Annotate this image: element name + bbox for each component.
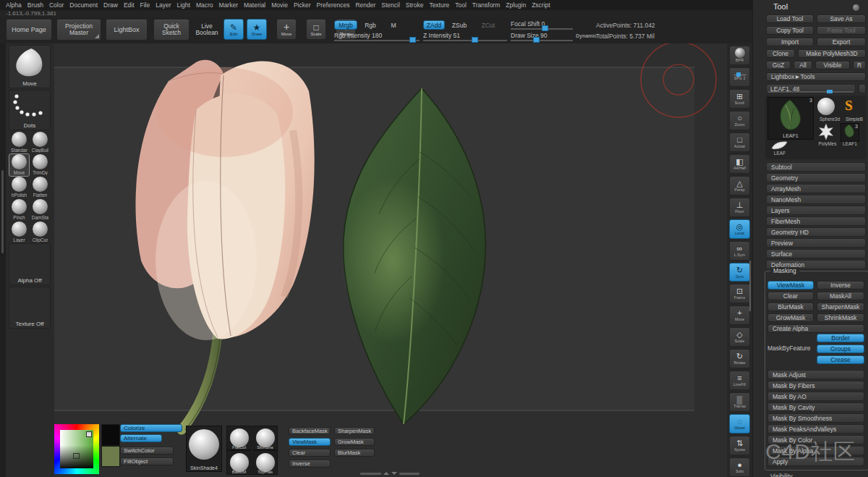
tool-section-header[interactable]: Preview [766,238,866,248]
create-alpha-button[interactable]: Create Alpha [767,324,864,333]
visibility-section-header[interactable]: Visibility [766,471,866,477]
right-shelf-button[interactable]: SPix 3 [729,67,750,87]
clear-mask-button[interactable]: Clear [767,292,814,300]
mask-list-button[interactable]: Mask By Fibers [767,381,864,390]
tool-section-header[interactable]: Layers [766,206,866,215]
mask-list-button[interactable]: Mask By Cavity [767,402,864,412]
mask-tray-button[interactable]: Clear [289,449,331,457]
mask-tray-button[interactable]: ViewMask [289,438,331,446]
alpha-slot[interactable]: Alpha Off [9,243,51,285]
right-shelf-button[interactable]: Xpose [729,436,750,455]
goz-button[interactable]: GoZ [766,61,791,69]
slider-knob[interactable] [542,25,548,31]
copy-tool-button[interactable]: Copy Tool [766,26,814,35]
mode-button[interactable]: Edit [224,19,244,40]
current-brush-thumbnail[interactable]: Move [9,45,51,88]
mask-list-button[interactable]: Apply [767,457,864,466]
left-scroll-strip[interactable] [0,43,6,477]
right-shelf-button[interactable]: Actual [729,132,750,152]
menu-item[interactable]: Movie [271,1,288,9]
menu-item[interactable]: Color [49,1,64,9]
mode-button[interactable]: Move [276,19,297,40]
menu-item[interactable]: Zplugin [506,1,526,9]
right-shelf-button[interactable]: Persp [729,176,750,195]
current-tool-thumbnail[interactable]: 3 LEAF1 [767,97,814,140]
canvas-viewport[interactable] [54,43,727,477]
brush-quick-pick[interactable]: Standar [9,132,29,153]
mask-list-button[interactable]: Mask By Color [767,435,864,444]
slider-knob[interactable] [409,37,416,43]
mask-tray-button[interactable]: GrowMask [334,438,375,446]
menu-item[interactable]: File [140,1,150,9]
right-shelf-button[interactable]: Ghost [729,414,750,434]
viewmask-button[interactable]: ViewMask [767,281,814,290]
right-shelf-button[interactable]: AAHalf [729,154,750,174]
menu-item[interactable]: Light [177,1,190,9]
panel-menu-icon[interactable] [853,4,859,11]
mask-list-button[interactable]: Mask By AO [767,392,864,401]
menu-item[interactable]: Picker [294,1,311,9]
menu-item[interactable]: Texture [429,1,449,9]
mask-tray-button[interactable]: SharpenMask [334,427,375,435]
material-quick-pick[interactable]: ToyPlas [252,450,278,475]
tool-slider-mini-button[interactable] [859,84,866,93]
menu-item[interactable]: Marker [219,1,238,9]
right-shelf-button[interactable]: Local [729,219,750,239]
recent-leaf-tool-icon[interactable]: 3 [841,123,859,142]
quick-sketch-button[interactable]: Quick Sketch [153,19,190,41]
tool-section-header[interactable]: Geometry [766,173,866,182]
mask-list-button[interactable]: Mask By Alpha [767,446,864,455]
zcut-button[interactable]: ZCut [479,20,498,30]
projection-master-button[interactable]: Projection Master [56,19,101,41]
live-boolean-button[interactable]: Live Boolean [192,19,221,41]
lightbox-tools-button[interactable]: Lightbox►Tools [766,72,866,81]
simplebrush-tool-icon[interactable]: S [845,98,853,112]
goz-visible-button[interactable]: Visible [815,61,850,69]
draw-size-slider[interactable]: Draw Size 90 [511,32,573,41]
sharpenmask-button[interactable]: SharpenMask [817,303,864,311]
right-shelf-button[interactable]: LineFill [729,371,750,390]
load-tool-button[interactable]: Load Tool [766,14,814,23]
right-shelf-button[interactable]: Frame [729,284,750,303]
brush-quick-pick[interactable]: Pinch [9,199,29,221]
tool-section-header[interactable]: Subtool [766,162,866,172]
sphere3d-tool-icon[interactable] [817,98,835,115]
mask-list-button[interactable]: Mask By Smoothness [767,413,864,423]
mask-list-button[interactable]: Mask PeaksAndValleys [767,424,864,434]
main-color-swatch[interactable] [101,424,120,446]
recent-tool-item[interactable]: LEAF [767,140,792,159]
menu-item[interactable]: Stroke [406,1,424,9]
export-button[interactable]: Export [817,38,866,46]
slider-knob[interactable] [533,37,540,43]
brush-quick-pick[interactable]: hPolish [9,177,29,198]
slider-knob[interactable] [827,90,833,93]
mask-tray-button[interactable]: BackfaceMask [289,427,331,435]
masking-section-header[interactable]: Masking [770,267,799,274]
material-quick-pick[interactable]: FlatCol [226,426,252,450]
right-shelf-button[interactable]: BPR [729,46,750,65]
m-button[interactable]: M [388,20,399,30]
material-quick-pick[interactable]: SkinSha [252,426,278,450]
right-shelf-button[interactable]: Gyro [729,263,750,282]
menu-item[interactable]: Render [355,1,375,9]
menu-item[interactable]: Zscript [532,1,550,9]
goz-all-button[interactable]: All [793,61,812,69]
menu-item[interactable]: Alpha [6,1,22,9]
scrollbar-handle[interactable] [1,170,4,253]
polymesh3d-tool-icon[interactable] [817,123,835,140]
save-as-button[interactable]: Save As [817,14,866,23]
rgb-intensity-slider[interactable]: Rgb Intensity 180 [334,32,420,41]
alternate-button[interactable]: Alternate [120,434,162,442]
zsub-button[interactable]: ZSub [449,20,469,30]
home-page-button[interactable]: Home Page [6,19,52,41]
feature-button[interactable]: Border [817,334,864,342]
menu-item[interactable]: Stencil [381,1,400,9]
tool-section-header[interactable]: NanoMesh [766,195,866,204]
secondary-color-swatch[interactable] [101,446,120,467]
rgb-button[interactable]: Rgb [361,20,380,30]
paste-tool-button[interactable]: Paste Tool [817,26,866,35]
switch-color-button[interactable]: SwitchColor [120,447,174,455]
growmask-button[interactable]: GrowMask [767,313,814,322]
material-quick-pick[interactable]: BasicM [226,450,252,475]
mask-list-button[interactable]: Mask Adjust [767,370,864,379]
